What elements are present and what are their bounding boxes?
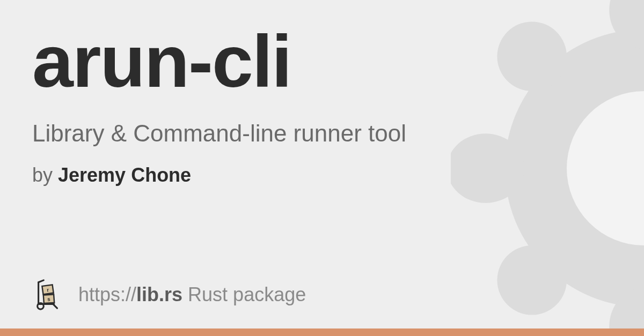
- url-suffix: Rust package: [182, 283, 306, 305]
- package-author-line: by Jeremy Chone: [32, 164, 612, 186]
- svg-text:s: s: [47, 296, 50, 302]
- package-card: arun-cli Library & Command-line runner t…: [0, 0, 644, 336]
- url-prefix: https://: [78, 283, 136, 305]
- author-prefix: by: [32, 164, 58, 186]
- package-title: arun-cli: [32, 23, 612, 100]
- librs-logo-icon: r s: [32, 278, 65, 311]
- source-url: https://lib.rs Rust package: [78, 283, 306, 306]
- package-description: Library & Command-line runner tool: [32, 118, 440, 148]
- author-name: Jeremy Chone: [58, 164, 191, 186]
- url-domain: lib.rs: [136, 283, 182, 305]
- accent-bar: [0, 328, 644, 336]
- footer: r s https://lib.rs Rust package: [32, 278, 306, 311]
